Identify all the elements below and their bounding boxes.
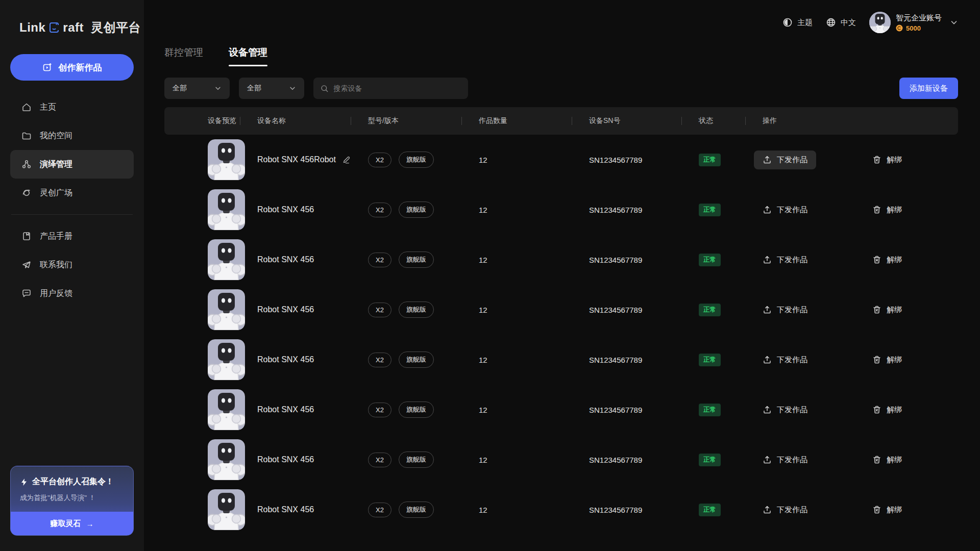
works-count: 12 xyxy=(479,306,487,314)
deploy-button[interactable]: 下发作品 xyxy=(754,350,816,369)
sidebar-item-label: 我的空间 xyxy=(40,131,72,141)
deploy-button[interactable]: 下发作品 xyxy=(754,450,816,469)
status-cell: 正常 xyxy=(681,254,745,266)
upload-icon xyxy=(763,355,772,364)
device-sn-cell: SN1234567789 xyxy=(572,256,681,264)
earn-gems-button[interactable]: 赚取灵石 → xyxy=(11,512,133,535)
model-version-cell: X2 旗舰版 xyxy=(351,352,461,368)
table-row: Robot SNX 456 X2 旗舰版 12 SN1234567789 正常 xyxy=(164,435,958,485)
device-name: Robot SNX 456 xyxy=(257,505,314,514)
device-sn-cell: SN1234567789 xyxy=(572,206,681,214)
works-count-cell: 12 xyxy=(461,256,572,264)
unbind-label: 解绑 xyxy=(887,305,902,315)
version-badge: 旗舰版 xyxy=(399,202,434,218)
unbind-label: 解绑 xyxy=(887,205,902,215)
tab-group-control[interactable]: 群控管理 xyxy=(164,46,203,66)
search-icon xyxy=(321,84,328,93)
unbind-button[interactable]: 解绑 xyxy=(872,255,902,265)
coin-balance: 5000 xyxy=(896,24,942,32)
sidebar: Link raft 灵创平台 创作新作品 xyxy=(0,0,144,551)
promo-title-row: 全平台创作人召集令！ xyxy=(20,477,124,487)
coin-amount: 5000 xyxy=(906,24,921,32)
actions-cell: 下发作品 解绑 xyxy=(745,500,958,519)
create-work-label: 创作新作品 xyxy=(59,62,102,73)
table-row: Robot SNX 456 X2 旗舰版 12 SN1234567789 正常 xyxy=(164,335,958,385)
device-preview-cell xyxy=(164,439,240,480)
works-count-cell: 12 xyxy=(461,206,572,214)
deploy-button[interactable]: 下发作品 xyxy=(754,151,816,169)
device-preview-cell xyxy=(164,489,240,530)
filter-1-value: 全部 xyxy=(173,84,187,93)
device-name-cell: Robot SNX 456 xyxy=(240,205,351,214)
account-menu[interactable]: 智元企业账号 5000 xyxy=(869,12,958,33)
table-body: Robot SNX 456Robot X2 旗舰版 12 SN123456778… xyxy=(164,135,958,535)
sidebar-item-plaza[interactable]: 灵创广场 xyxy=(10,179,134,207)
deploy-button[interactable]: 下发作品 xyxy=(754,251,816,269)
deploy-button[interactable]: 下发作品 xyxy=(754,300,816,319)
version-badge: 旗舰版 xyxy=(399,402,434,418)
sidebar-item-my-space[interactable]: 我的空间 xyxy=(10,121,134,150)
filter-dropdown-2[interactable]: 全部 xyxy=(239,78,304,99)
account-name: 智元企业账号 xyxy=(896,13,942,23)
book-icon xyxy=(21,231,32,241)
brand-c-icon xyxy=(48,21,60,34)
unbind-button[interactable]: 解绑 xyxy=(872,155,902,165)
paper-plane-icon xyxy=(21,260,32,270)
version-badge: 旗舰版 xyxy=(399,302,434,318)
promo-title: 全平台创作人召集令！ xyxy=(32,477,114,487)
device-search-box xyxy=(313,78,468,99)
unbind-button[interactable]: 解绑 xyxy=(872,205,902,215)
sidebar-item-home[interactable]: 主页 xyxy=(10,93,134,121)
nodes-icon xyxy=(21,159,32,169)
model-badge: X2 xyxy=(368,153,391,167)
brand-name-pre: Link xyxy=(19,20,45,35)
table-row: Robot SNX 456Robot X2 旗舰版 12 SN123456778… xyxy=(164,135,958,185)
works-count-cell: 12 xyxy=(461,506,572,514)
promo-content: 全平台创作人召集令！ 成为首批"机器人导演" ！ xyxy=(11,466,133,512)
arrow-right-icon: → xyxy=(86,519,94,528)
theme-label: 主题 xyxy=(797,18,813,28)
column-header-works: 作品数量 xyxy=(461,116,572,126)
status-cell: 正常 xyxy=(681,354,745,366)
column-header-actions: 操作 xyxy=(745,116,958,126)
sidebar-item-product-manual[interactable]: 产品手册 xyxy=(10,222,134,251)
status-badge: 正常 xyxy=(699,154,721,166)
upload-icon xyxy=(763,405,772,414)
deploy-button[interactable]: 下发作品 xyxy=(754,500,816,519)
trash-x-icon xyxy=(872,305,881,314)
sidebar-item-performance-management[interactable]: 演绎管理 xyxy=(10,150,134,179)
theme-toggle[interactable]: 主题 xyxy=(782,17,813,28)
filter-dropdown-1[interactable]: 全部 xyxy=(164,78,230,99)
column-header-sn: 设备SN号 xyxy=(572,116,681,126)
search-input[interactable] xyxy=(333,84,461,92)
language-switcher[interactable]: 中文 xyxy=(826,17,856,28)
trash-x-icon xyxy=(872,505,881,514)
unbind-button[interactable]: 解绑 xyxy=(872,455,902,465)
model-version-cell: X2 旗舰版 xyxy=(351,302,461,318)
device-sn-cell: SN1234567789 xyxy=(572,356,681,364)
device-name-cell: Robot SNX 456 xyxy=(240,405,351,414)
works-count-cell: 12 xyxy=(461,356,572,364)
unbind-button[interactable]: 解绑 xyxy=(872,355,902,365)
unbind-button[interactable]: 解绑 xyxy=(872,505,902,515)
create-new-work-button[interactable]: 创作新作品 xyxy=(10,54,134,81)
device-name: Robot SNX 456 xyxy=(257,205,314,214)
sidebar-item-contact-us[interactable]: 联系我们 xyxy=(10,251,134,279)
unbind-button[interactable]: 解绑 xyxy=(872,405,902,415)
deploy-label: 下发作品 xyxy=(777,355,807,365)
tab-device-management[interactable]: 设备管理 xyxy=(229,46,267,66)
upload-icon xyxy=(763,255,772,264)
device-sn-cell: SN1234567789 xyxy=(572,406,681,414)
status-cell: 正常 xyxy=(681,304,745,316)
unbind-button[interactable]: 解绑 xyxy=(872,305,902,315)
model-version-cell: X2 旗舰版 xyxy=(351,452,461,468)
sidebar-item-user-feedback[interactable]: 用户反馈 xyxy=(10,279,134,308)
deploy-button[interactable]: 下发作品 xyxy=(754,201,816,219)
upload-icon xyxy=(763,205,772,214)
edit-name-icon[interactable] xyxy=(342,156,351,164)
deploy-button[interactable]: 下发作品 xyxy=(754,400,816,419)
actions-cell: 下发作品 解绑 xyxy=(745,350,958,369)
theme-contrast-icon xyxy=(782,17,793,28)
add-device-button[interactable]: 添加新设备 xyxy=(899,78,958,99)
trash-x-icon xyxy=(872,255,881,264)
